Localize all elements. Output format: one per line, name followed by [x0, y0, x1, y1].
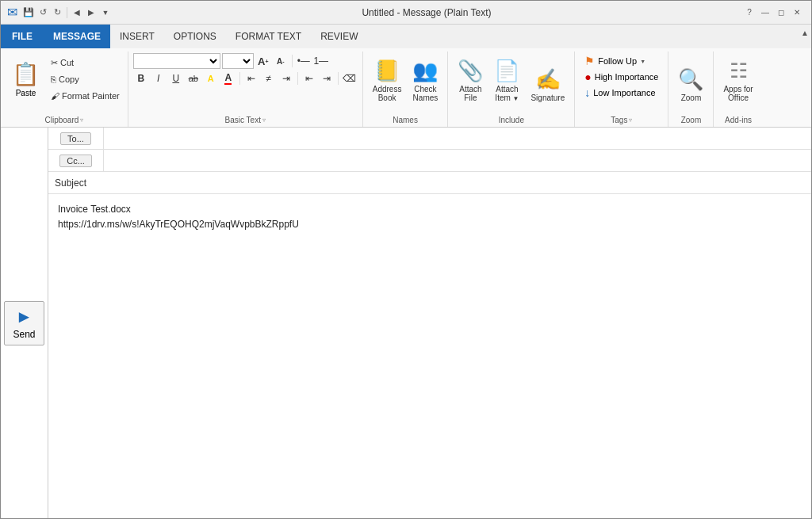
- separator3: [297, 72, 298, 85]
- follow-up-button[interactable]: ⚑ Follow Up ▼: [580, 53, 663, 69]
- align-left-button[interactable]: ⇤: [243, 71, 259, 86]
- copy-icon: ⎘: [51, 74, 56, 84]
- check-names-icon: 👥: [412, 59, 438, 83]
- qa-undo-icon[interactable]: ↺: [36, 6, 49, 19]
- cc-field-row: Cc...: [48, 150, 811, 172]
- font-color-button[interactable]: A: [220, 71, 236, 86]
- tab-file[interactable]: FILE: [1, 25, 44, 48]
- strikethrough-button[interactable]: ab: [186, 71, 201, 86]
- align-right-button[interactable]: ⇥: [278, 71, 294, 86]
- subject-input[interactable]: [104, 172, 811, 193]
- tags-group-content: ⚑ Follow Up ▼ ● High Importance ↓ Low Im…: [580, 53, 663, 114]
- indent-decrease-button[interactable]: ⇤: [301, 71, 317, 86]
- zoom-group: 🔍 Zoom Zoom: [668, 52, 714, 127]
- clear-formatting-button[interactable]: ⌫: [342, 71, 358, 86]
- numbering-button[interactable]: 1—: [313, 53, 329, 69]
- signature-label: Signature: [530, 93, 565, 102]
- underline-button[interactable]: U: [168, 71, 184, 86]
- to-input[interactable]: [104, 128, 811, 149]
- check-names-label: CheckNames: [413, 85, 439, 102]
- names-group-label: Names: [368, 114, 443, 127]
- increase-font-button[interactable]: A+: [255, 53, 271, 69]
- email-body[interactable]: Invoice Test.docx https://1drv.ms/w/s!Ak…: [48, 194, 811, 518]
- tab-insert[interactable]: INSERT: [110, 25, 164, 48]
- close-button[interactable]: ✕: [789, 5, 805, 21]
- font-row: A+ A- •— 1—: [133, 53, 358, 69]
- minimize-button[interactable]: —: [757, 5, 773, 21]
- bullets-button[interactable]: •—: [296, 53, 312, 69]
- paste-button[interactable]: 📋 Paste: [6, 53, 46, 105]
- cc-button[interactable]: Cc...: [48, 150, 104, 171]
- cc-input[interactable]: [104, 150, 811, 171]
- tab-review[interactable]: REVIEW: [311, 25, 367, 48]
- apps-for-office-icon: ☷: [730, 59, 748, 83]
- tags-expand-icon[interactable]: ▿: [629, 116, 632, 124]
- follow-up-dropdown-icon[interactable]: ▼: [640, 59, 645, 64]
- font-size-select[interactable]: [222, 53, 254, 69]
- format-painter-icon: 🖌: [51, 91, 59, 101]
- tab-message[interactable]: MESSAGE: [44, 25, 110, 48]
- window-title: Untitled - Message (Plain Text): [112, 7, 741, 18]
- send-button[interactable]: ► Send: [4, 301, 44, 345]
- separator4: [338, 72, 339, 85]
- clipboard-expand-icon[interactable]: ▿: [80, 116, 83, 124]
- highlight-button[interactable]: A: [203, 71, 219, 86]
- attach-item-button[interactable]: 📄 AttachItem ▼: [489, 53, 524, 105]
- basic-text-expand-icon[interactable]: ▿: [262, 116, 266, 124]
- zoom-button[interactable]: 🔍 Zoom: [673, 53, 708, 105]
- qa-back-icon[interactable]: ◀: [71, 6, 83, 19]
- attach-file-button[interactable]: 📎 AttachFile: [453, 53, 488, 105]
- send-label: Send: [13, 329, 35, 340]
- attach-item-label: AttachItem ▼: [495, 85, 519, 102]
- send-icon: ►: [16, 307, 33, 327]
- body-text: Invoice Test.docx https://1drv.ms/w/s!Ak…: [58, 202, 802, 232]
- clipboard-group: 📋 Paste ✂ Cut ⎘ Copy 🖌 Format Pain: [1, 52, 128, 127]
- signature-button[interactable]: ✍ Signature: [526, 53, 569, 105]
- follow-up-label: Follow Up: [598, 56, 637, 66]
- follow-up-flag-icon: ⚑: [584, 55, 595, 67]
- to-button[interactable]: To...: [48, 128, 104, 149]
- qa-redo-icon[interactable]: ↻: [51, 6, 63, 19]
- format-painter-button[interactable]: 🖌 Format Painter: [48, 88, 123, 104]
- basic-text-rows: A+ A- •— 1— B I U ab A: [133, 53, 358, 86]
- addins-group-content: ☷ Apps forOffice: [718, 53, 757, 114]
- signature-icon: ✍: [535, 67, 561, 92]
- email-layout: ► Send To... Cc...: [1, 128, 811, 518]
- attach-file-label: AttachFile: [459, 85, 481, 102]
- cut-button[interactable]: ✂ Cut: [48, 55, 123, 71]
- low-importance-button[interactable]: ↓ Low Importance: [580, 85, 663, 101]
- low-importance-icon: ↓: [584, 86, 590, 99]
- format-painter-label: Format Painter: [62, 91, 120, 101]
- ribbon-collapse-button[interactable]: ▲: [799, 26, 811, 39]
- tab-format-text[interactable]: FORMAT TEXT: [226, 25, 311, 48]
- address-book-button[interactable]: 📒 AddressBook: [368, 53, 407, 105]
- high-importance-button[interactable]: ● High Importance: [580, 69, 663, 85]
- tab-options[interactable]: OPTIONS: [164, 25, 226, 48]
- check-names-button[interactable]: 👥 CheckNames: [408, 53, 442, 105]
- qa-customize-icon[interactable]: ▼: [99, 6, 112, 19]
- qa-separator: [67, 7, 67, 18]
- bold-button[interactable]: B: [133, 71, 149, 86]
- cc-label: Cc...: [59, 155, 92, 167]
- separator: [292, 55, 293, 67]
- indent-increase-button[interactable]: ⇥: [319, 71, 335, 86]
- decrease-font-button[interactable]: A-: [273, 53, 289, 69]
- include-group-label: Include: [453, 114, 569, 127]
- restore-button[interactable]: ◻: [773, 5, 789, 21]
- qa-save-icon[interactable]: 💾: [22, 6, 35, 19]
- low-importance-label: Low Importance: [593, 88, 655, 97]
- title-bar-left: ✉ 💾 ↺ ↻ ◀ ▶ ▼: [7, 5, 112, 20]
- address-book-icon: 📒: [374, 59, 400, 83]
- align-center-button[interactable]: ≠: [261, 71, 277, 86]
- zoom-icon: 🔍: [678, 67, 703, 92]
- basic-text-group: A+ A- •— 1— B I U ab A: [128, 52, 363, 127]
- help-button[interactable]: ?: [741, 5, 757, 21]
- italic-button[interactable]: I: [151, 71, 167, 86]
- copy-button[interactable]: ⎘ Copy: [48, 71, 123, 87]
- apps-for-office-button[interactable]: ☷ Apps forOffice: [718, 53, 757, 105]
- font-family-select[interactable]: [133, 53, 220, 69]
- separator2: [239, 72, 240, 85]
- email-right-panel: To... Cc... Subject: [48, 128, 811, 518]
- qa-forward-icon[interactable]: ▶: [85, 6, 98, 19]
- body-line1: Invoice Test.docx: [58, 202, 802, 217]
